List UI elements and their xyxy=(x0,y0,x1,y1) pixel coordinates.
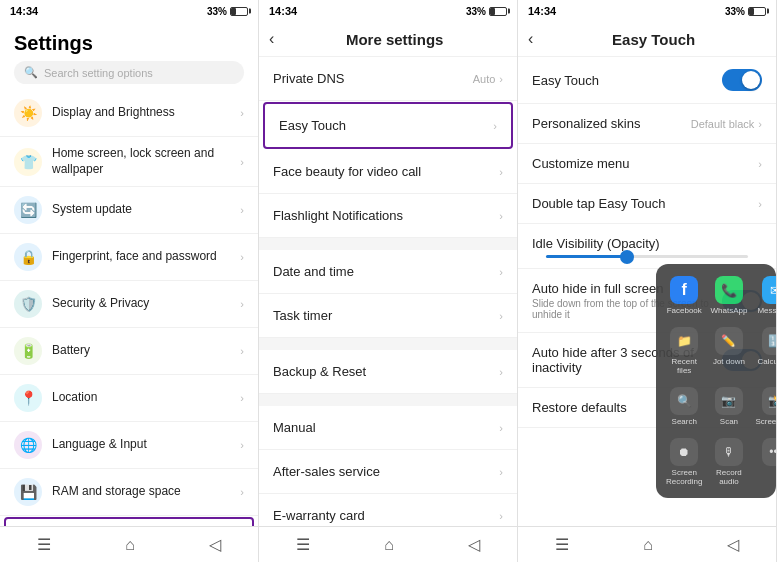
settings-item-battery[interactable]: 🔋 Battery › xyxy=(0,328,258,375)
status-time-2: 14:34 xyxy=(269,5,297,17)
more-item-ewarranty[interactable]: E-warranty card › xyxy=(259,494,517,526)
float-btn-whatsapp[interactable]: 📞 WhatsApp xyxy=(708,272,749,319)
settings-item-more[interactable]: ⚙️ More settings › xyxy=(4,517,254,526)
screen-recording-icon: ⏺ xyxy=(670,438,698,466)
easy-touch-toggle-item: Easy Touch xyxy=(518,57,776,104)
settings-list: ☀️ Display and Brightness › 👕 Home scree… xyxy=(0,90,258,526)
toggle-knob xyxy=(742,71,760,89)
homescreen-arrow: › xyxy=(240,156,244,168)
ram-label: RAM and storage space xyxy=(52,484,240,500)
fingerprint-icon: 🔒 xyxy=(14,243,42,271)
search-placeholder: Search setting options xyxy=(44,67,153,79)
homescreen-label: Home screen, lock screen and wallpaper xyxy=(52,146,240,177)
more-item-flashlight[interactable]: Flashlight Notifications › xyxy=(259,194,517,238)
record-audio-label: Record audio xyxy=(710,468,747,486)
settings-item-ram[interactable]: 💾 RAM and storage space › xyxy=(0,469,258,516)
recent-files-icon: 📁 xyxy=(670,327,698,355)
recent-files-label: Recent files xyxy=(666,357,702,375)
system-label: System update xyxy=(52,202,240,218)
nav-back-1[interactable]: ◁ xyxy=(209,535,221,554)
float-btn-screen-rec[interactable]: ⏺ Screen Recording xyxy=(664,434,704,490)
battery-icon-1 xyxy=(230,7,248,16)
display-icon: ☀️ xyxy=(14,99,42,127)
location-icon: 📍 xyxy=(14,384,42,412)
float-btn-messages[interactable]: ✉ Messages xyxy=(753,272,776,319)
settings-item-fingerprint[interactable]: 🔒 Fingerprint, face and password › xyxy=(0,234,258,281)
status-bar-1: 14:34 33% xyxy=(0,0,258,22)
easy-touch-title: Easy Touch xyxy=(541,31,766,48)
signal-3: 33% xyxy=(725,6,745,17)
float-btn-screenshot[interactable]: 📸 Screenshot xyxy=(753,383,776,430)
settings-item-language[interactable]: 🌐 Language & Input › xyxy=(0,422,258,469)
nav-back-3[interactable]: ◁ xyxy=(727,535,739,554)
personalized-skins-arrow: › xyxy=(758,118,762,130)
language-label: Language & Input xyxy=(52,437,240,453)
backup-arrow: › xyxy=(499,366,503,378)
float-grid: f Facebook 📞 WhatsApp ✉ Messages 📁 Recen… xyxy=(664,272,768,490)
nav-home-1[interactable]: ⌂ xyxy=(125,536,135,554)
float-btn-recent[interactable]: 📁 Recent files xyxy=(664,323,704,379)
slider-thumb[interactable] xyxy=(620,250,634,264)
more-item-easy-touch[interactable]: Easy Touch › xyxy=(263,102,513,149)
whatsapp-icon: 📞 xyxy=(715,276,743,304)
settings-item-system[interactable]: 🔄 System update › xyxy=(0,187,258,234)
screen-recording-label: Screen Recording xyxy=(666,468,702,486)
more-item-task-timer[interactable]: Task timer › xyxy=(259,294,517,338)
easy-touch-back-button[interactable]: ‹ xyxy=(528,30,533,48)
float-btn-scan[interactable]: 📷 Scan xyxy=(708,383,749,430)
more-back-button[interactable]: ‹ xyxy=(269,30,274,48)
nav-back-2[interactable]: ◁ xyxy=(468,535,480,554)
status-time-1: 14:34 xyxy=(10,5,38,17)
more-item-private-dns[interactable]: Private DNS Auto › xyxy=(259,57,517,101)
status-bar-2: 14:34 33% xyxy=(259,0,517,22)
easy-touch-panel: 14:34 33% ‹ Easy Touch Easy Touch Person… xyxy=(518,0,777,562)
float-btn-more[interactable]: ••• xyxy=(753,434,776,490)
more-item-face-beauty[interactable]: Face beauty for video call › xyxy=(259,150,517,194)
double-tap-item[interactable]: Double tap Easy Touch › xyxy=(518,184,776,224)
more-divider-1 xyxy=(259,238,517,250)
homescreen-icon: 👕 xyxy=(14,148,42,176)
customize-menu-item[interactable]: Customize menu › f Facebook 📞 WhatsApp ✉… xyxy=(518,144,776,184)
float-btn-calculator[interactable]: 🔢 Calculator xyxy=(753,323,776,379)
face-beauty-label: Face beauty for video call xyxy=(273,164,499,179)
slider-fill xyxy=(546,255,627,258)
more-item-backup[interactable]: Backup & Reset › xyxy=(259,350,517,394)
location-label: Location xyxy=(52,390,240,406)
more-item-manual[interactable]: Manual › xyxy=(259,406,517,450)
battery-arrow: › xyxy=(240,345,244,357)
personalized-skins-label: Personalized skins xyxy=(532,116,691,131)
float-btn-facebook[interactable]: f Facebook xyxy=(664,272,704,319)
manual-label: Manual xyxy=(273,420,499,435)
settings-item-display[interactable]: ☀️ Display and Brightness › xyxy=(0,90,258,137)
private-dns-arrow: › xyxy=(499,73,503,85)
customize-menu-label: Customize menu xyxy=(532,156,758,171)
double-tap-arrow: › xyxy=(758,198,762,210)
search-label: Search xyxy=(672,417,697,426)
settings-item-homescreen[interactable]: 👕 Home screen, lock screen and wallpaper… xyxy=(0,137,258,187)
float-btn-record-audio[interactable]: 🎙 Record audio xyxy=(708,434,749,490)
nav-menu-3[interactable]: ☰ xyxy=(555,535,569,554)
easy-touch-toggle[interactable] xyxy=(722,69,762,91)
personalized-skins-item[interactable]: Personalized skins Default black › xyxy=(518,104,776,144)
settings-item-location[interactable]: 📍 Location › xyxy=(0,375,258,422)
nav-home-2[interactable]: ⌂ xyxy=(384,536,394,554)
more-item-after-sales[interactable]: After-sales service › xyxy=(259,450,517,494)
private-dns-value: Auto xyxy=(473,73,496,85)
float-btn-search[interactable]: 🔍 Search xyxy=(664,383,704,430)
calculator-icon: 🔢 xyxy=(762,327,776,355)
customize-menu-arrow: › xyxy=(758,158,762,170)
after-sales-arrow: › xyxy=(499,466,503,478)
calculator-label: Calculator xyxy=(758,357,776,366)
nav-home-3[interactable]: ⌂ xyxy=(643,536,653,554)
date-time-arrow: › xyxy=(499,266,503,278)
nav-menu-2[interactable]: ☰ xyxy=(296,535,310,554)
more-item-date-time[interactable]: Date and time › xyxy=(259,250,517,294)
search-bar[interactable]: 🔍 Search setting options xyxy=(14,61,244,84)
float-btn-jot[interactable]: ✏️ Jot down xyxy=(708,323,749,379)
security-arrow: › xyxy=(240,298,244,310)
settings-item-security[interactable]: 🛡️ Security & Privacy › xyxy=(0,281,258,328)
ram-icon: 💾 xyxy=(14,478,42,506)
status-right-2: 33% xyxy=(466,6,507,17)
more-divider-2 xyxy=(259,338,517,350)
nav-menu-1[interactable]: ☰ xyxy=(37,535,51,554)
